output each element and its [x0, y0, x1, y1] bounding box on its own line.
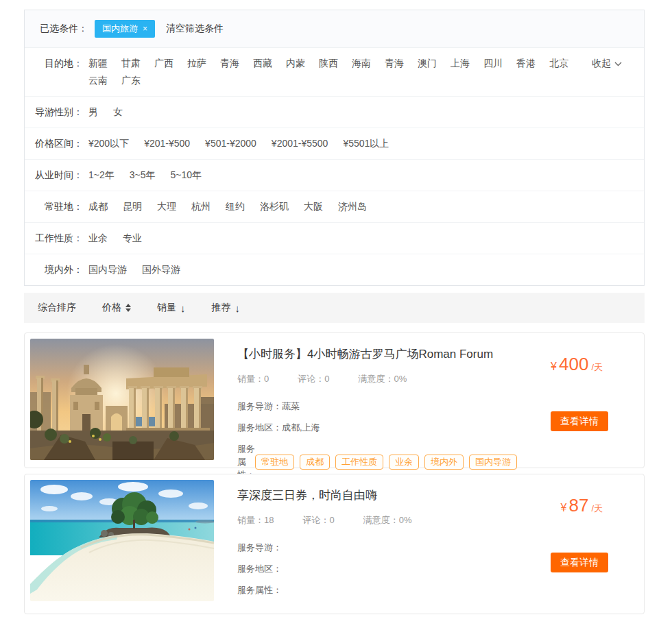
attr-badge: 常驻地 — [255, 455, 294, 470]
filter-option[interactable]: 男 — [88, 104, 98, 121]
filter-option[interactable]: ¥2001-¥5500 — [272, 135, 328, 152]
arrow-down-icon: ↓ — [180, 303, 186, 313]
filter-option[interactable]: 广西 — [154, 55, 173, 72]
filter-option[interactable]: 杭州 — [191, 198, 211, 215]
service-guide-value: 蔬菜 — [282, 400, 300, 413]
service-area-row: 服务地区： — [237, 562, 501, 575]
filter-option[interactable]: 1~2年 — [88, 167, 115, 184]
filter-options: 男 女 — [88, 104, 138, 121]
filter-row-price-range: 价格区间： ¥200以下 ¥201-¥500 ¥501-¥2000 ¥2001-… — [25, 128, 644, 160]
filter-option[interactable]: 四川 — [483, 55, 503, 72]
filter-option[interactable]: ¥501-¥2000 — [205, 135, 256, 152]
filter-option[interactable]: 国内导游 — [88, 261, 127, 278]
sort-updown-icon — [125, 304, 131, 312]
filter-label: 常驻地： — [25, 198, 83, 215]
close-icon[interactable]: × — [143, 24, 147, 34]
service-guide-row: 服务导游： — [237, 541, 501, 554]
comments-stat: 评论：0 — [298, 373, 329, 385]
sort-price-label: 价格 — [102, 302, 121, 314]
service-area-row: 服务地区： 成都,上海 — [237, 421, 501, 434]
product-title[interactable]: 享深度三日券，时尚自由嗨 — [237, 487, 501, 503]
attr-badge: 成都 — [300, 455, 330, 470]
filter-option[interactable]: 陕西 — [319, 55, 338, 72]
product-card: 【小时服务】4小时畅游古罗马广场Roman Forum 销量：0 评论：0 满意… — [24, 332, 645, 468]
product-price: ¥ 400 /天 — [551, 354, 603, 375]
satisfaction-stat: 满意度：0% — [363, 514, 412, 527]
filter-option[interactable]: 专业 — [123, 230, 142, 247]
product-stats: 销量：18 评论：0 满意度：0% — [237, 514, 501, 527]
product-title[interactable]: 【小时服务】4小时畅游古罗马广场Roman Forum — [237, 346, 501, 362]
arrow-down-icon: ↓ — [235, 303, 241, 313]
comments-stat: 评论：0 — [302, 514, 334, 527]
selected-filter-tag-label: 国内旅游 — [102, 23, 138, 35]
filter-options: 业余 专业 — [88, 230, 157, 247]
clear-filters-link[interactable]: 清空筛选条件 — [166, 23, 224, 35]
filter-options: 国内导游 国外导游 — [88, 261, 195, 278]
filter-option[interactable]: 成都 — [88, 198, 108, 215]
product-photo-beach-island — [30, 480, 214, 601]
filter-row-work-nature: 工作性质： 业余 专业 — [25, 223, 644, 254]
filter-option[interactable]: ¥5501以上 — [343, 135, 389, 152]
filter-option[interactable]: ¥200以下 — [88, 135, 129, 152]
filter-option[interactable]: 纽约 — [226, 198, 245, 215]
sort-price[interactable]: 价格 — [102, 302, 131, 314]
chevron-down-icon — [614, 62, 622, 66]
filter-row-gender: 导游性别： 男 女 — [25, 97, 644, 128]
sort-overall[interactable]: 综合排序 — [38, 302, 76, 314]
filter-option[interactable]: 大理 — [157, 198, 176, 215]
filter-row-domestic-abroad: 境内外： 国内导游 国外导游 — [25, 254, 644, 285]
service-area-label: 服务地区： — [237, 562, 282, 575]
filter-option[interactable]: 国外导游 — [142, 261, 180, 278]
attr-badge: 业余 — [389, 455, 419, 470]
filter-option[interactable]: 北京 — [549, 55, 568, 72]
sort-recommend[interactable]: 推荐 ↓ — [212, 302, 241, 314]
service-guide-label: 服务导游： — [237, 400, 282, 413]
selected-filter-tag[interactable]: 国内旅游 × — [95, 20, 155, 38]
filter-option[interactable]: 上海 — [451, 55, 470, 72]
filter-option[interactable]: 女 — [113, 104, 123, 121]
filter-option[interactable]: 济州岛 — [338, 198, 367, 215]
filter-option[interactable]: 甘肃 — [121, 55, 141, 72]
filter-options: 成都 昆明 大理 杭州 纽约 洛杉矶 大阪 济州岛 — [88, 198, 382, 215]
filter-option[interactable]: ¥201-¥500 — [144, 135, 190, 152]
filter-option[interactable]: 澳门 — [418, 55, 437, 72]
product-photo-roman-forum — [30, 339, 214, 460]
service-attr-label: 服务属性： — [237, 583, 282, 596]
service-guide-row: 服务导游： 蔬菜 — [237, 400, 501, 413]
filter-option[interactable]: 大阪 — [304, 198, 323, 215]
filter-option[interactable]: 昆明 — [123, 198, 142, 215]
filter-option[interactable]: 业余 — [88, 230, 108, 247]
filter-option[interactable]: 云南 — [88, 72, 108, 89]
filter-option[interactable]: 广东 — [121, 72, 141, 89]
sort-sales[interactable]: 销量 ↓ — [157, 302, 186, 314]
price-unit: /天 — [591, 361, 603, 374]
service-area-value: 成都,上海 — [282, 421, 320, 434]
sort-sales-label: 销量 — [157, 302, 176, 314]
sort-bar: 综合排序 价格 销量 ↓ 推荐 ↓ — [24, 293, 645, 323]
filter-options: ¥200以下 ¥201-¥500 ¥501-¥2000 ¥2001-¥5500 … — [88, 135, 404, 152]
filter-options: 1~2年 3~5年 5~10年 — [88, 167, 217, 184]
filter-option[interactable]: 3~5年 — [130, 167, 156, 184]
filter-option[interactable]: 新疆 — [88, 55, 108, 72]
filter-label: 导游性别： — [25, 104, 83, 121]
currency-symbol: ¥ — [561, 502, 567, 514]
filter-option[interactable]: 海南 — [352, 55, 371, 72]
filter-option[interactable]: 西藏 — [253, 55, 272, 72]
filter-panel: 已选条件： 国内旅游 × 清空筛选条件 目的地： 新疆 甘肃 广西 拉萨 青海 … — [24, 10, 645, 286]
view-details-button[interactable]: 查看详情 — [551, 411, 608, 431]
collapse-toggle[interactable]: 收起 — [592, 58, 622, 70]
view-details-button[interactable]: 查看详情 — [551, 553, 608, 572]
filter-label: 境内外： — [25, 261, 83, 278]
attr-badge: 国内导游 — [469, 455, 517, 470]
sort-recommend-label: 推荐 — [212, 302, 231, 314]
filter-option[interactable]: 青海 — [220, 55, 239, 72]
filter-option[interactable]: 青海 — [385, 55, 404, 72]
filter-option[interactable]: 内蒙 — [286, 55, 305, 72]
product-card: 享深度三日券，时尚自由嗨 销量：18 评论：0 满意度：0% 服务导游： 服务地… — [24, 474, 645, 614]
filter-option[interactable]: 洛杉矶 — [260, 198, 289, 215]
filter-option[interactable]: 5~10年 — [171, 167, 202, 184]
service-guide-label: 服务导游： — [237, 541, 282, 554]
filter-option[interactable]: 香港 — [516, 55, 536, 72]
filter-row-residence: 常驻地： 成都 昆明 大理 杭州 纽约 洛杉矶 大阪 济州岛 — [25, 191, 644, 223]
filter-option[interactable]: 拉萨 — [187, 55, 206, 72]
